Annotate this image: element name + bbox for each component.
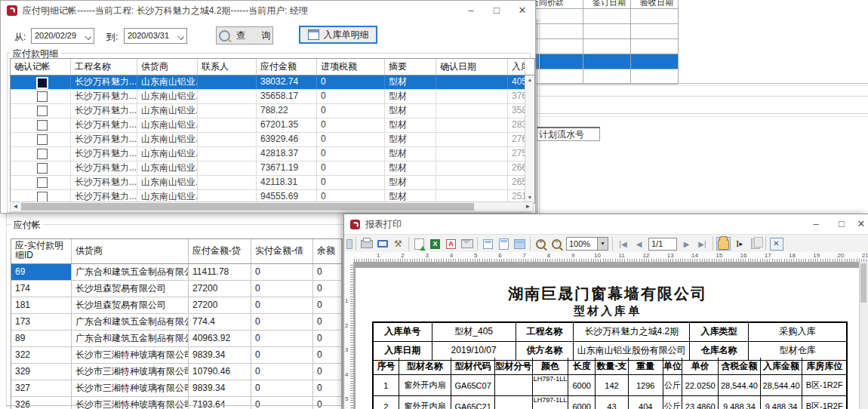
confirm-checkbox[interactable]: [37, 91, 48, 102]
info-value: 型材_405: [432, 323, 516, 341]
table-row[interactable]: 327长沙市三湘特种玻璃有限公司9839.3400: [11, 380, 342, 397]
close-preview-icon[interactable]: ✕: [769, 237, 783, 251]
to-date-select[interactable]: 2020/03/31: [124, 28, 187, 44]
cell: 265: [508, 176, 525, 189]
options-icon[interactable]: ⚒: [391, 237, 405, 251]
cell: 公斤: [663, 375, 683, 395]
export-pdf-icon[interactable]: A: [444, 237, 458, 251]
table-row[interactable]: 长沙万科魅力...山东南山铝业...42118.310型材265: [11, 176, 534, 190]
page-number-input[interactable]: 1/1: [648, 238, 677, 251]
cell: 69: [11, 264, 72, 280]
cell: 9839.34: [189, 347, 251, 363]
table-row[interactable]: 长沙万科魅力...山东南山铝业...73671.190型材266: [11, 161, 534, 176]
column-header: 库房库位: [802, 358, 846, 374]
next-page-icon[interactable]: ▶: [679, 237, 694, 251]
ruler-number: 1: [345, 297, 348, 304]
table-row[interactable]: [522, 38, 679, 54]
payables-panel: 应付帐 应-实付款明 细ID供货商应付金额-贷实付金额-借余额 69广东合和建筑…: [0, 214, 347, 409]
preview-vertical-scrollbar[interactable]: [859, 262, 868, 409]
confirm-checkbox[interactable]: [37, 106, 48, 116]
first-page-icon[interactable]: |◀: [616, 237, 630, 251]
table-row[interactable]: 长沙万科魅力...山东南山铝业...63929.460型材276: [11, 133, 534, 147]
maximize-button[interactable]: □: [829, 216, 854, 232]
table-row[interactable]: 长沙万科魅力...山东南山铝业...35658.170型材376: [11, 90, 534, 104]
table-row[interactable]: 326长沙市三湘特种玻璃有限公司7193.6400: [11, 397, 342, 409]
single-page-view-icon[interactable]: [481, 237, 495, 251]
zoom-out-icon[interactable]: −: [549, 237, 564, 251]
hand-tool-icon[interactable]: [716, 237, 731, 251]
text-select-tool-icon[interactable]: I: [732, 237, 746, 251]
column-header: 含税金额: [719, 358, 761, 374]
cell: [198, 75, 257, 89]
export-excel-icon[interactable]: X: [428, 237, 442, 251]
close-button[interactable]: ✕: [509, 2, 535, 19]
table-row[interactable]: 长沙万科魅力...山东南山铝业...67201.350型材283: [11, 118, 534, 133]
report-titlebar[interactable]: 报表打印 – □ ✕: [344, 214, 868, 234]
table-row[interactable]: [522, 54, 679, 69]
last-page-icon[interactable]: ▶|: [695, 237, 709, 251]
panel-border: [537, 19, 537, 214]
divider: [537, 85, 868, 86]
cell: 0: [251, 331, 313, 346]
confirm-checkbox[interactable]: [37, 192, 48, 202]
maximize-button[interactable]: □: [484, 2, 509, 19]
table-row[interactable]: 89广东合和建筑五金制品有限公司40963.9200: [11, 331, 342, 347]
confirm-checkbox[interactable]: [37, 163, 48, 174]
cell: 0: [313, 397, 342, 409]
checkbox-cell: [11, 147, 71, 161]
column-header: 入库金额: [761, 358, 803, 374]
table-row[interactable]: 69广东合和建筑五金制品有限公司11411.7800: [11, 264, 342, 281]
confirm-checkbox[interactable]: [37, 149, 48, 159]
confirm-checkbox[interactable]: [37, 177, 48, 188]
cell: 28,544.40: [719, 375, 761, 395]
cell: 9,488.34: [761, 396, 803, 409]
page-setup-icon[interactable]: [375, 237, 389, 251]
copy-icon[interactable]: [748, 237, 762, 251]
table-row[interactable]: 长沙万科魅力...山东南山铝业...38032.740型材405: [11, 75, 534, 90]
table-row[interactable]: [522, 8, 679, 23]
inbound-detail-button[interactable]: 入库单明细: [299, 26, 377, 44]
table-row[interactable]: 329长沙市三湘特种玻璃有限公司10790.4600: [11, 364, 342, 380]
contract-table: 合同价款签订日期验收日期: [521, 0, 679, 85]
table-row[interactable]: [522, 23, 679, 38]
multipage-view-icon[interactable]: [512, 237, 527, 251]
close-button[interactable]: ✕: [854, 216, 868, 232]
column-header: 摘要: [385, 59, 436, 75]
scrollbar-thumb[interactable]: [21, 203, 474, 211]
cell: 0: [317, 104, 385, 118]
horizontal-ruler: 123456789101112131415161718192021: [344, 252, 868, 263]
print-icon[interactable]: [359, 237, 374, 251]
from-date-select[interactable]: 2020/02/29: [31, 28, 94, 44]
continuous-view-icon[interactable]: [497, 237, 511, 251]
export-mail-icon[interactable]: [460, 237, 474, 251]
table-row[interactable]: [522, 69, 679, 84]
table-row[interactable]: 长沙万科魅力...山东南山铝业...788.220型材358: [11, 104, 534, 118]
table-row[interactable]: 174长沙坦森贸易有限公司2720000: [11, 281, 342, 297]
horizontal-scrollbar[interactable]: ◄ ►: [10, 201, 534, 212]
export-icon[interactable]: [412, 237, 426, 251]
scrollbar-thumb[interactable]: [860, 263, 866, 303]
win1-titlebar[interactable]: 应付明细记帐------当前工程: 长沙万科魅力之城4.2期------当前用户…: [1, 1, 535, 20]
vertical-scrollbar[interactable]: ▲ ▼: [525, 75, 534, 202]
prev-page-icon[interactable]: ◀: [632, 237, 646, 251]
minimize-button[interactable]: –: [803, 216, 829, 232]
checkbox-cell: [11, 161, 71, 175]
scroll-right-icon[interactable]: ►: [523, 202, 533, 211]
table-row[interactable]: 181长沙坦森贸易有限公司2720000: [11, 297, 342, 314]
table-row[interactable]: 长沙万科魅力...山东南山铝业...42818.370型材275: [11, 147, 534, 161]
table-row[interactable]: 173广东合和建筑五金制品有限公司774.400: [11, 314, 342, 331]
plan-serial-field[interactable]: 计划流水号: [537, 127, 600, 141]
scroll-left-icon[interactable]: ◄: [11, 202, 20, 211]
zoom-in-icon[interactable]: +: [534, 237, 548, 251]
query-button[interactable]: 查 询: [216, 26, 273, 45]
report-preview-area[interactable]: 123456 湖南巨晟门窗幕墙有限公司 型材入库单 入库单号型材_405工程名称…: [344, 262, 868, 409]
zoom-combobox[interactable]: 100% ▼: [566, 237, 608, 251]
scroll-up-icon[interactable]: ▲: [525, 75, 534, 85]
cell: 10790.46: [189, 364, 251, 380]
table-row[interactable]: 322长沙市三湘特种玻璃有限公司9839.3400: [11, 347, 342, 364]
ruler-number: 7: [523, 252, 526, 259]
confirm-checkbox[interactable]: [37, 134, 48, 145]
minimize-button[interactable]: –: [458, 2, 484, 19]
confirm-checkbox[interactable]: [37, 120, 48, 131]
confirm-checkbox[interactable]: [36, 77, 48, 89]
